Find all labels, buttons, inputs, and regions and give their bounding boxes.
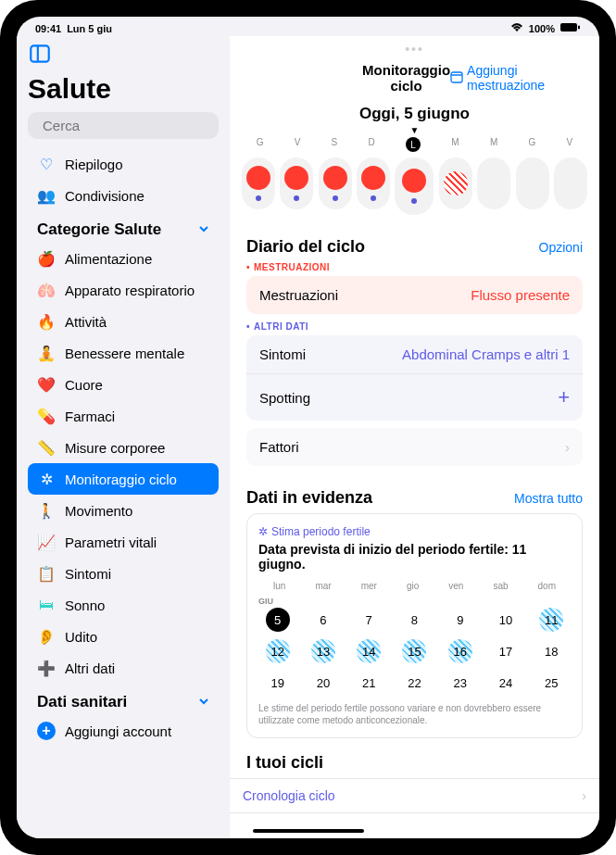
status-time: 09:41 xyxy=(35,23,61,34)
search-box[interactable] xyxy=(28,112,219,139)
category-icon: 👂 xyxy=(37,627,56,646)
nav-item-riepilogo[interactable]: ♡Riepilogo xyxy=(28,148,219,180)
calendar-day[interactable]: 14 xyxy=(357,639,381,663)
calendar-day[interactable]: 16 xyxy=(448,639,472,663)
category-attività[interactable]: 🔥Attività xyxy=(28,306,219,337)
diary-title: Diario del ciclo xyxy=(246,237,365,257)
calendar-day[interactable]: 19 xyxy=(266,671,290,695)
category-udito[interactable]: 👂Udito xyxy=(28,621,219,652)
fertile-window-card[interactable]: ✲Stima periodo fertile Data prevista di … xyxy=(246,513,583,738)
calendar-day[interactable]: 12 xyxy=(266,639,290,663)
category-farmaci[interactable]: 💊Farmaci xyxy=(28,400,219,432)
add-menstruation-button[interactable]: Aggiungi mestruazione xyxy=(450,63,583,93)
home-indicator[interactable] xyxy=(253,829,364,833)
data-logged-dot xyxy=(371,195,376,201)
category-cuore[interactable]: ❤️Cuore xyxy=(28,369,219,400)
category-monitoraggio-ciclo[interactable]: ✲Monitoraggio ciclo xyxy=(28,463,219,495)
calendar-day[interactable]: 17 xyxy=(494,639,518,663)
category-sintomi[interactable]: 📋Sintomi xyxy=(28,558,219,589)
cycle-day-oval[interactable] xyxy=(477,157,510,209)
week-letter: M xyxy=(451,137,459,152)
mini-weekday: sab xyxy=(493,581,508,591)
cycle-day-oval[interactable] xyxy=(554,157,587,209)
data-logged-dot xyxy=(256,195,261,201)
week-letter: S xyxy=(332,137,338,152)
flow-indicator xyxy=(284,166,308,190)
category-altri-dati[interactable]: ➕Altri dati xyxy=(28,652,219,684)
category-icon: 🍎 xyxy=(37,249,56,268)
search-input[interactable] xyxy=(43,118,219,133)
cycle-history-link[interactable]: Cronologia ciclo › xyxy=(230,778,599,813)
category-icon: 💊 xyxy=(37,407,56,425)
cycle-day-oval[interactable] xyxy=(357,157,390,209)
category-sonno[interactable]: 🛏Sonno xyxy=(28,589,219,621)
category-icon: 🚶 xyxy=(37,501,56,520)
sidebar-toggle-icon[interactable] xyxy=(28,42,56,69)
calendar-day[interactable]: 25 xyxy=(539,671,563,695)
calendar-day[interactable]: 5 xyxy=(266,608,290,632)
category-benessere-mentale[interactable]: 🧘Benessere mentale xyxy=(28,337,219,369)
category-alimentazione[interactable]: 🍎Alimentazione xyxy=(28,243,219,274)
nav-icon: ♡ xyxy=(37,155,56,173)
other-data-tag: • Altri dati xyxy=(246,321,583,332)
calendar-day[interactable]: 23 xyxy=(448,671,472,695)
chevron-right-icon: › xyxy=(582,788,586,803)
calendar-day[interactable]: 8 xyxy=(402,608,426,632)
symptoms-row[interactable]: Sintomi Abdominal Cramps e altri 1 xyxy=(246,335,583,374)
spotting-row[interactable]: Spotting + xyxy=(246,374,583,421)
diary-options-button[interactable]: Opzioni xyxy=(539,240,583,255)
category-icon: 🔥 xyxy=(37,312,56,331)
data-logged-dot xyxy=(333,195,338,201)
calendar-day[interactable]: 11 xyxy=(539,608,563,632)
flow-indicator xyxy=(323,166,347,190)
week-letter: G xyxy=(257,137,264,152)
week-letter: V xyxy=(567,137,573,152)
calendar-day[interactable]: 13 xyxy=(311,639,335,663)
category-parametri-vitali[interactable]: 📈Parametri vitali xyxy=(28,526,219,558)
calendar-day[interactable]: 15 xyxy=(402,639,426,663)
svg-rect-2 xyxy=(31,45,49,61)
cycle-icon: ✲ xyxy=(258,525,268,538)
mini-weekday: mar xyxy=(315,581,331,591)
calendar-day[interactable]: 7 xyxy=(357,608,381,632)
chevron-down-icon xyxy=(198,220,209,239)
calendar-day[interactable]: 9 xyxy=(448,608,472,632)
calendar-day[interactable]: 24 xyxy=(494,671,518,695)
cycle-day-oval[interactable] xyxy=(242,157,275,209)
cycle-day-oval[interactable] xyxy=(395,157,434,215)
category-movimento[interactable]: 🚶Movimento xyxy=(28,495,219,526)
calendar-day[interactable]: 18 xyxy=(539,639,563,663)
category-apparato-respiratorio[interactable]: 🫁Apparato respiratorio xyxy=(28,274,219,306)
calendar-icon xyxy=(450,70,463,86)
more-icon[interactable]: ••• xyxy=(405,42,424,57)
cycle-day-oval[interactable] xyxy=(319,157,352,209)
categories-header[interactable]: Categorie Salute xyxy=(28,211,219,243)
cycle-ovals-row[interactable] xyxy=(230,152,599,228)
cycle-day-oval[interactable] xyxy=(439,157,472,209)
menstruation-card[interactable]: Mestruazioni Flusso presente xyxy=(246,276,583,314)
health-data-header[interactable]: Dati sanitari xyxy=(28,684,219,715)
flow-indicator xyxy=(402,169,426,193)
category-icon: 📏 xyxy=(37,438,56,457)
flow-indicator xyxy=(361,166,385,190)
calendar-day[interactable]: 21 xyxy=(357,671,381,695)
mini-weekday: mer xyxy=(361,581,377,591)
calendar-day[interactable]: 22 xyxy=(402,671,426,695)
week-letter: G xyxy=(529,137,536,152)
today-arrow-icon: ▼ xyxy=(230,125,599,137)
your-cycles-title: I tuoi cicli xyxy=(246,753,323,773)
calendar-day[interactable]: 6 xyxy=(311,608,335,632)
svg-rect-0 xyxy=(560,23,577,31)
add-account-item[interactable]: +Aggiungi account xyxy=(28,715,219,747)
calendar-day[interactable]: 10 xyxy=(494,608,518,632)
cycle-day-oval[interactable] xyxy=(280,157,313,209)
main-content: ••• Monitoraggio ciclo Aggiungi mestruaz… xyxy=(230,36,599,838)
category-misure-corporee[interactable]: 📏Misure corporee xyxy=(28,432,219,463)
calendar-day[interactable]: 20 xyxy=(311,671,335,695)
flow-predicted xyxy=(444,171,468,195)
nav-item-condivisione[interactable]: 👥Condivisione xyxy=(28,180,219,211)
show-all-button[interactable]: Mostra tutto xyxy=(514,491,583,506)
menstruation-tag: • Mestruazioni xyxy=(246,262,583,272)
cycle-day-oval[interactable] xyxy=(516,157,549,209)
factors-row[interactable]: Fattori › xyxy=(246,428,583,466)
